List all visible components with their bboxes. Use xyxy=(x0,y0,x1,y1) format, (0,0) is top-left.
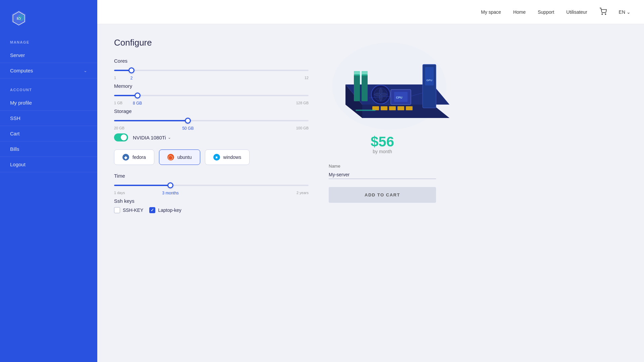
sidebar-item-cart[interactable]: Cart xyxy=(0,126,97,141)
svg-rect-27 xyxy=(397,106,404,110)
content-area: Configure Cores 1 12 2 Memory xyxy=(97,24,644,362)
cores-slider-wrapper: 1 12 2 xyxy=(114,67,309,74)
os-btn-windows[interactable]: ■ windows xyxy=(205,149,250,165)
svg-text:GPU: GPU xyxy=(426,79,432,82)
cores-label: Cores xyxy=(114,58,309,64)
time-track xyxy=(114,185,309,186)
svg-rect-16 xyxy=(354,71,360,76)
topbar-nav: My space Home Support Utilisateur EN ⌄ xyxy=(481,8,631,16)
gpu-row: NVIDIA 1080Ti ⌄ xyxy=(114,133,309,141)
os-btn-ubuntu[interactable]: ◯ ubuntu xyxy=(159,149,200,165)
cores-current-value: 2 xyxy=(130,76,133,80)
svg-rect-26 xyxy=(389,106,396,110)
sidebar: IO MANAGE Server Computes ⌄ ACCOUNT My p… xyxy=(0,0,97,362)
svg-point-5 xyxy=(602,14,602,14)
checkmark-icon: ✓ xyxy=(151,208,154,213)
ssh-keys-checkboxes: SSH-KEY ✓ Laptop-key xyxy=(114,207,309,213)
svg-rect-14 xyxy=(354,74,360,101)
toggle-knob xyxy=(121,134,127,140)
name-section: Name xyxy=(329,164,436,179)
memory-section: Memory 1 GB 128 GB 8 GB xyxy=(114,83,309,99)
sidebar-item-logout[interactable]: Logout xyxy=(0,157,97,172)
svg-rect-19 xyxy=(425,67,434,85)
memory-label: Memory xyxy=(114,83,309,89)
add-to-cart-button[interactable]: ADD TO CART xyxy=(329,187,436,203)
time-slider-wrapper: 1 days 2 years 3 months xyxy=(114,182,309,189)
server-illustration: CPU GPU xyxy=(325,41,439,131)
sidebar-item-server[interactable]: Server xyxy=(0,48,97,63)
cores-min-label: 1 xyxy=(114,76,116,80)
storage-min-label: 20 GB xyxy=(114,126,124,130)
time-fill xyxy=(114,185,170,186)
svg-rect-28 xyxy=(406,106,413,110)
ssh-key-checkbox[interactable] xyxy=(114,207,120,213)
topbar-home[interactable]: Home xyxy=(513,9,526,15)
gpu-label[interactable]: NVIDIA 1080Ti ⌄ xyxy=(133,135,171,140)
by-month-label: by month xyxy=(373,149,392,154)
server-name-input[interactable] xyxy=(329,171,436,179)
sidebar-item-server-label: Server xyxy=(10,52,25,58)
storage-track xyxy=(114,120,309,121)
sidebar-item-ssh-label: SSH xyxy=(10,115,20,121)
cores-track xyxy=(114,70,309,71)
sidebar-logo: IO xyxy=(0,0,97,40)
configure-title: Configure xyxy=(114,38,309,48)
time-current-value: 3 months xyxy=(162,191,179,195)
ssh-keys-section: Ssh keys SSH-KEY ✓ Laptop-key xyxy=(114,198,309,213)
price-display: $56 xyxy=(371,135,394,149)
sidebar-item-bills[interactable]: Bills xyxy=(0,141,97,157)
ubuntu-icon: ◯ xyxy=(167,154,174,161)
server-svg: CPU GPU xyxy=(325,41,453,131)
gpu-toggle[interactable] xyxy=(114,133,128,141)
laptop-key-checkbox[interactable]: ✓ xyxy=(149,207,155,213)
logo-icon: IO xyxy=(10,9,28,27)
storage-max-label: 100 GB xyxy=(296,126,309,130)
sidebar-item-computes-label: Computes xyxy=(10,68,33,73)
time-label: Time xyxy=(114,173,309,179)
ssh-key-item[interactable]: SSH-KEY xyxy=(114,207,143,213)
windows-icon: ■ xyxy=(213,154,220,161)
os-selection: ◆ fedora ◯ ubuntu ■ windows xyxy=(114,149,309,165)
topbar-my-space[interactable]: My space xyxy=(481,9,501,15)
time-section: Time 1 days 2 years 3 months xyxy=(114,173,309,189)
main-area: My space Home Support Utilisateur EN ⌄ C… xyxy=(97,0,644,362)
cores-fill xyxy=(114,70,131,71)
sidebar-item-cart-label: Cart xyxy=(10,131,19,136)
topbar-support[interactable]: Support xyxy=(538,9,554,15)
svg-rect-25 xyxy=(381,106,387,110)
os-btn-fedora[interactable]: ◆ fedora xyxy=(114,149,154,165)
configure-panel: Configure Cores 1 12 2 Memory xyxy=(114,38,309,349)
sidebar-item-logout-label: Logout xyxy=(10,162,25,167)
cores-max-label: 12 xyxy=(305,76,309,80)
sidebar-item-computes[interactable]: Computes ⌄ xyxy=(0,63,97,78)
chevron-down-icon: ⌄ xyxy=(84,68,87,73)
memory-slider-wrapper: 1 GB 128 GB 8 GB xyxy=(114,92,309,99)
memory-track xyxy=(114,95,309,96)
chevron-lang-icon: ⌄ xyxy=(627,9,631,15)
svg-rect-17 xyxy=(362,71,368,76)
svg-rect-29 xyxy=(356,110,376,111)
topbar: My space Home Support Utilisateur EN ⌄ xyxy=(97,0,644,24)
laptop-key-item[interactable]: ✓ Laptop-key xyxy=(149,207,181,213)
sidebar-item-my-profile[interactable]: My profile xyxy=(0,95,97,111)
account-section-label: ACCOUNT xyxy=(0,88,97,95)
storage-current-value: 50 GB xyxy=(182,126,194,131)
memory-min-label: 1 GB xyxy=(114,101,122,105)
topbar-cart-icon[interactable] xyxy=(599,8,607,16)
svg-point-4 xyxy=(20,16,22,19)
memory-max-label: 128 GB xyxy=(296,101,309,105)
storage-label: Storage xyxy=(114,108,309,114)
name-field-label: Name xyxy=(329,164,436,169)
storage-fill xyxy=(114,120,188,121)
svg-rect-15 xyxy=(362,74,368,101)
memory-current-value: 8 GB xyxy=(133,101,142,106)
topbar-lang[interactable]: EN ⌄ xyxy=(619,9,631,15)
manage-section-label: MANAGE xyxy=(0,40,97,48)
ssh-keys-label: Ssh keys xyxy=(114,198,309,204)
gpu-chevron-icon: ⌄ xyxy=(168,135,171,140)
cores-section: Cores 1 12 2 xyxy=(114,58,309,74)
right-panel: CPU GPU xyxy=(329,38,436,349)
sidebar-item-ssh[interactable]: SSH xyxy=(0,111,97,126)
storage-slider-wrapper: 20 GB 100 GB 50 GB xyxy=(114,117,309,124)
topbar-utilisateur[interactable]: Utilisateur xyxy=(566,9,587,15)
